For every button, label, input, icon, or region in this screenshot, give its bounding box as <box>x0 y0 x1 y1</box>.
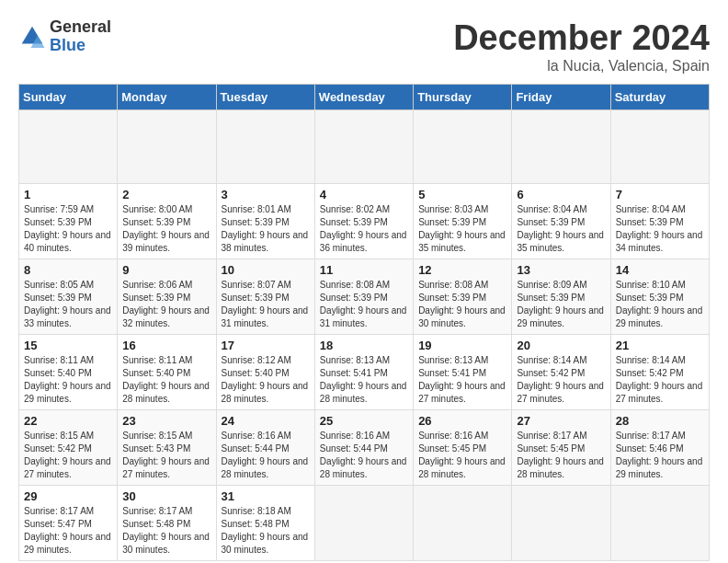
calendar-cell <box>314 486 413 561</box>
calendar-cell: 6Sunrise: 8:04 AMSunset: 5:39 PMDaylight… <box>512 184 610 259</box>
location: la Nucia, Valencia, Spain <box>453 58 710 75</box>
day-of-week-tuesday: Tuesday <box>216 85 314 110</box>
sunset: Sunset: 5:39 PM <box>24 217 92 227</box>
daylight: Daylight: 9 hours and 27 minutes. <box>616 381 703 404</box>
calendar-cell: 8Sunrise: 8:05 AMSunset: 5:39 PMDaylight… <box>19 259 118 335</box>
cell-content: Sunrise: 8:17 AMSunset: 5:48 PMDaylight:… <box>122 505 210 557</box>
day-number: 23 <box>122 414 210 428</box>
logo-general: General <box>50 18 111 37</box>
daylight: Daylight: 9 hours and 28 minutes. <box>320 456 407 479</box>
calendar-cell: 24Sunrise: 8:16 AMSunset: 5:44 PMDayligh… <box>216 410 314 486</box>
cell-content: Sunrise: 8:09 AMSunset: 5:39 PMDaylight:… <box>517 279 605 330</box>
day-of-week-thursday: Thursday <box>414 85 512 110</box>
calendar-cell: 19Sunrise: 8:13 AMSunset: 5:41 PMDayligh… <box>414 335 512 410</box>
calendar-cell <box>512 110 610 184</box>
calendar-cell: 26Sunrise: 8:16 AMSunset: 5:45 PMDayligh… <box>414 410 512 486</box>
calendar-cell: 5Sunrise: 8:03 AMSunset: 5:39 PMDaylight… <box>414 184 512 259</box>
day-number: 14 <box>616 263 704 277</box>
cell-content: Sunrise: 8:12 AMSunset: 5:40 PMDaylight:… <box>222 354 310 406</box>
calendar-body: 1Sunrise: 7:59 AMSunset: 5:39 PMDaylight… <box>19 110 710 561</box>
day-number: 11 <box>320 263 408 277</box>
day-number: 18 <box>320 339 408 352</box>
cell-content: Sunrise: 8:11 AMSunset: 5:40 PMDaylight:… <box>24 354 112 406</box>
cell-content: Sunrise: 7:59 AMSunset: 5:39 PMDaylight:… <box>24 203 112 255</box>
sunset: Sunset: 5:41 PM <box>418 368 486 378</box>
sunrise: Sunrise: 8:10 AM <box>616 280 686 290</box>
day-number: 16 <box>122 339 210 352</box>
day-number: 7 <box>616 188 704 201</box>
day-number: 30 <box>122 489 210 503</box>
sunset: Sunset: 5:39 PM <box>222 217 290 227</box>
day-number: 31 <box>222 489 310 503</box>
sunrise: Sunrise: 8:17 AM <box>517 431 586 441</box>
cell-content: Sunrise: 8:13 AMSunset: 5:41 PMDaylight:… <box>418 354 506 406</box>
calendar-cell: 31Sunrise: 8:18 AMSunset: 5:48 PMDayligh… <box>216 486 314 561</box>
day-number: 12 <box>418 263 506 277</box>
sunrise: Sunrise: 8:11 AM <box>24 355 94 365</box>
sunset: Sunset: 5:40 PM <box>222 368 290 378</box>
daylight: Daylight: 9 hours and 30 minutes. <box>222 532 309 555</box>
sunrise: Sunrise: 8:09 AM <box>517 280 586 290</box>
sunrise: Sunrise: 8:08 AM <box>418 280 488 290</box>
day-of-week-saturday: Saturday <box>610 85 709 110</box>
sunset: Sunset: 5:45 PM <box>517 443 585 454</box>
day-number: 1 <box>24 188 112 201</box>
calendar-week-row <box>19 110 710 184</box>
calendar-week-row: 15Sunrise: 8:11 AMSunset: 5:40 PMDayligh… <box>19 335 710 410</box>
sunset: Sunset: 5:45 PM <box>418 443 486 454</box>
calendar-cell: 17Sunrise: 8:12 AMSunset: 5:40 PMDayligh… <box>216 335 314 410</box>
sunset: Sunset: 5:42 PM <box>517 368 585 378</box>
daylight: Daylight: 9 hours and 32 minutes. <box>122 305 210 328</box>
sunset: Sunset: 5:48 PM <box>122 519 190 529</box>
calendar-cell: 2Sunrise: 8:00 AMSunset: 5:39 PMDaylight… <box>118 184 216 259</box>
sunrise: Sunrise: 8:18 AM <box>222 506 291 516</box>
month-title: December 2024 <box>453 18 710 58</box>
sunset: Sunset: 5:44 PM <box>320 443 388 454</box>
sunrise: Sunrise: 8:08 AM <box>320 280 390 290</box>
daylight: Daylight: 9 hours and 28 minutes. <box>222 456 309 479</box>
sunset: Sunset: 5:46 PM <box>616 443 684 454</box>
cell-content: Sunrise: 8:08 AMSunset: 5:39 PMDaylight:… <box>320 279 408 330</box>
day-of-week-wednesday: Wednesday <box>314 85 413 110</box>
day-number: 10 <box>222 263 310 277</box>
sunset: Sunset: 5:39 PM <box>517 293 585 303</box>
cell-content: Sunrise: 8:16 AMSunset: 5:44 PMDaylight:… <box>222 430 310 481</box>
cell-content: Sunrise: 8:14 AMSunset: 5:42 PMDaylight:… <box>616 354 704 406</box>
cell-content: Sunrise: 8:05 AMSunset: 5:39 PMDaylight:… <box>24 279 112 330</box>
calendar-cell: 3Sunrise: 8:01 AMSunset: 5:39 PMDaylight… <box>216 184 314 259</box>
daylight: Daylight: 9 hours and 31 minutes. <box>320 305 407 328</box>
sunset: Sunset: 5:42 PM <box>24 443 92 454</box>
sunset: Sunset: 5:39 PM <box>24 293 92 303</box>
daylight: Daylight: 9 hours and 30 minutes. <box>418 305 506 328</box>
sunrise: Sunrise: 8:00 AM <box>122 204 192 214</box>
sunset: Sunset: 5:39 PM <box>320 217 388 227</box>
day-number: 4 <box>320 188 408 201</box>
sunrise: Sunrise: 8:02 AM <box>320 204 390 214</box>
day-of-week-sunday: Sunday <box>19 85 118 110</box>
day-number: 29 <box>24 489 112 503</box>
page-header: General Blue December 2024 la Nucia, Val… <box>18 18 710 75</box>
sunrise: Sunrise: 8:13 AM <box>418 355 488 365</box>
daylight: Daylight: 9 hours and 38 minutes. <box>222 230 309 253</box>
calendar-cell <box>19 110 118 184</box>
day-number: 8 <box>24 263 112 277</box>
sunset: Sunset: 5:39 PM <box>517 217 585 227</box>
sunrise: Sunrise: 8:04 AM <box>517 204 586 214</box>
daylight: Daylight: 9 hours and 40 minutes. <box>24 230 111 253</box>
sunset: Sunset: 5:39 PM <box>122 293 190 303</box>
sunrise: Sunrise: 8:14 AM <box>517 355 586 365</box>
sunrise: Sunrise: 8:16 AM <box>418 431 488 441</box>
cell-content: Sunrise: 8:17 AMSunset: 5:47 PMDaylight:… <box>24 505 112 557</box>
cell-content: Sunrise: 8:07 AMSunset: 5:39 PMDaylight:… <box>222 279 310 330</box>
daylight: Daylight: 9 hours and 28 minutes. <box>418 456 506 479</box>
day-number: 13 <box>517 263 605 277</box>
calendar-week-row: 22Sunrise: 8:15 AMSunset: 5:42 PMDayligh… <box>19 410 710 486</box>
daylight: Daylight: 9 hours and 29 minutes. <box>616 456 703 479</box>
calendar-cell: 7Sunrise: 8:04 AMSunset: 5:39 PMDaylight… <box>610 184 709 259</box>
calendar-cell: 28Sunrise: 8:17 AMSunset: 5:46 PMDayligh… <box>610 410 709 486</box>
sunrise: Sunrise: 8:06 AM <box>122 280 192 290</box>
sunset: Sunset: 5:41 PM <box>320 368 388 378</box>
sunrise: Sunrise: 8:04 AM <box>616 204 686 214</box>
cell-content: Sunrise: 8:04 AMSunset: 5:39 PMDaylight:… <box>616 203 704 255</box>
day-number: 25 <box>320 414 408 428</box>
